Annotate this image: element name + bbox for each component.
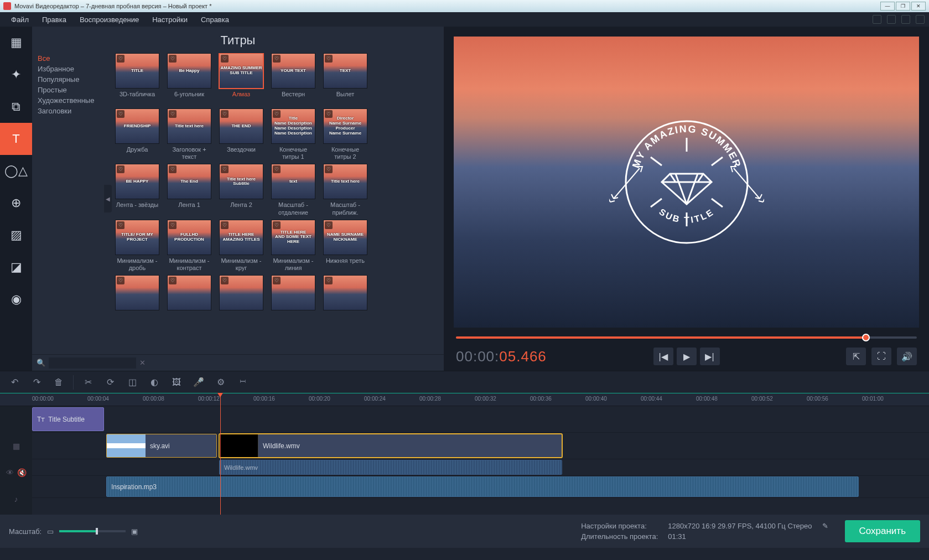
favorite-icon[interactable]: ♡ xyxy=(169,55,177,63)
video-clip-sky[interactable]: sky.avi xyxy=(106,434,217,458)
title-thumbnail[interactable]: ♡TitleName DescriptionName DescriptionNa… xyxy=(271,108,315,144)
save-button[interactable]: Сохранить xyxy=(845,520,920,542)
play-button[interactable]: ▶ xyxy=(677,348,697,365)
favorite-icon[interactable]: ♡ xyxy=(117,221,124,229)
title-thumbnail[interactable]: ♡The End xyxy=(167,164,211,199)
share-vimeo-icon[interactable] xyxy=(887,15,896,24)
menu-настройки[interactable]: Настройки xyxy=(146,14,194,25)
favorite-icon[interactable]: ♡ xyxy=(273,221,281,229)
image-button[interactable]: 🖼 xyxy=(167,374,186,391)
audio-track-head[interactable]: ♪ xyxy=(0,486,32,512)
title-thumbnail[interactable]: ♡ xyxy=(219,275,263,310)
mic-button[interactable]: 🎤 xyxy=(189,374,209,391)
edit-settings-button[interactable]: ✎ xyxy=(822,522,828,530)
favorite-icon[interactable]: ♡ xyxy=(273,55,281,63)
equalizer-button[interactable]: ⎶ xyxy=(233,374,253,391)
favorite-icon[interactable]: ♡ xyxy=(325,110,333,118)
video-track-head[interactable]: ▦ xyxy=(0,433,32,459)
title-thumbnail[interactable]: ♡Title text here xyxy=(167,108,211,144)
media-icon[interactable]: ▦ xyxy=(0,27,32,59)
favorite-icon[interactable]: ♡ xyxy=(325,221,333,229)
favorite-icon[interactable]: ♡ xyxy=(221,55,229,63)
title-thumbnail[interactable]: ♡BE HAPPY xyxy=(115,164,159,199)
prev-button[interactable]: |◀ xyxy=(653,348,673,365)
favorite-icon[interactable]: ♡ xyxy=(325,165,333,173)
titles-icon[interactable]: T xyxy=(0,123,32,155)
title-thumbnail[interactable]: ♡FRIENDSHIP xyxy=(115,108,159,144)
zoom-out-button[interactable]: ▭ xyxy=(47,527,54,536)
zoom-slider[interactable] xyxy=(59,530,126,532)
timeline[interactable]: 00:00:0000:00:0400:00:0800:00:1200:00:16… xyxy=(0,393,929,515)
record-icon[interactable]: ◉ xyxy=(0,283,32,315)
favorite-icon[interactable]: ♡ xyxy=(273,277,281,284)
zoom-icon[interactable]: ⊕ xyxy=(0,187,32,219)
favorite-icon[interactable]: ♡ xyxy=(117,110,124,118)
highlight-icon[interactable]: ▨ xyxy=(0,219,32,251)
eye-icon[interactable]: 👁 xyxy=(6,468,14,477)
favorite-icon[interactable]: ♡ xyxy=(117,55,124,63)
delete-button[interactable]: 🗑 xyxy=(49,374,69,391)
wand-icon[interactable]: ✦ xyxy=(0,59,32,91)
category-item[interactable]: Заголовки xyxy=(38,106,101,116)
title-thumbnail[interactable]: ♡ xyxy=(115,275,159,310)
title-thumbnail[interactable]: ♡AMAZING SUMMERSUB TITLE xyxy=(219,53,263,89)
title-thumbnail[interactable]: ♡TITLE HEREAND SOME TEXT HERE xyxy=(271,220,315,255)
category-item[interactable]: Все xyxy=(38,53,101,64)
search-input[interactable] xyxy=(49,357,136,369)
shapes-icon[interactable]: ◯△ xyxy=(0,155,32,187)
category-item[interactable]: Простые xyxy=(38,85,101,95)
undo-button[interactable]: ↶ xyxy=(4,374,24,391)
preview-canvas[interactable]: MY AMAZING SUMMER SUB TITLE xyxy=(454,37,919,328)
category-item[interactable]: Избранное xyxy=(38,64,101,74)
cut-button[interactable]: ✂ xyxy=(78,374,98,391)
playhead[interactable] xyxy=(220,393,221,515)
color-button[interactable]: ◐ xyxy=(144,374,164,391)
favorite-icon[interactable]: ♡ xyxy=(169,221,177,229)
audio-clip-wildlife[interactable]: Wildlife.wmv xyxy=(219,460,562,475)
title-thumbnail[interactable]: ♡TITLE xyxy=(115,53,159,89)
favorite-icon[interactable]: ♡ xyxy=(117,165,124,173)
favorite-icon[interactable]: ♡ xyxy=(169,165,177,173)
seek-bar[interactable] xyxy=(456,332,917,342)
menu-файл[interactable]: Файл xyxy=(4,14,35,25)
linked-audio-track[interactable]: Wildlife.wmv xyxy=(32,459,929,476)
title-thumbnail[interactable]: ♡ xyxy=(167,275,211,310)
favorite-icon[interactable]: ♡ xyxy=(221,277,229,284)
redo-button[interactable]: ↷ xyxy=(27,374,46,391)
favorite-icon[interactable]: ♡ xyxy=(221,110,229,118)
favorite-icon[interactable]: ♡ xyxy=(169,277,177,284)
favorite-icon[interactable]: ♡ xyxy=(325,277,333,284)
title-thumbnail[interactable]: ♡ xyxy=(323,275,367,310)
video-clip-wildlife[interactable]: Wildlife.wmv xyxy=(219,434,562,458)
clip-settings-button[interactable]: ⚙ xyxy=(211,374,231,391)
crop-button[interactable]: ◫ xyxy=(122,374,142,391)
title-thumbnail[interactable]: ♡TITLE HEREAMAZING TITLES xyxy=(219,220,263,255)
title-thumbnail[interactable]: ♡TITLE/ FOR MY PROJECT xyxy=(115,220,159,255)
favorite-icon[interactable]: ♡ xyxy=(325,55,333,63)
title-thumbnail[interactable]: ♡Be Happy xyxy=(167,53,211,89)
close-button[interactable]: ✕ xyxy=(911,2,926,11)
favorite-icon[interactable]: ♡ xyxy=(221,165,229,173)
rotate-button[interactable]: ⟳ xyxy=(100,374,120,391)
favorite-icon[interactable]: ♡ xyxy=(273,165,281,173)
category-item[interactable]: Художественные xyxy=(38,95,101,106)
title-thumbnail[interactable]: ♡YOUR TEXT xyxy=(271,53,315,89)
mute-icon[interactable]: 🔇 xyxy=(17,468,27,477)
volume-button[interactable]: 🔊 xyxy=(897,348,917,365)
transitions-icon[interactable]: ⧉ xyxy=(0,91,32,123)
menu-воспроизведение[interactable]: Воспроизведение xyxy=(73,14,146,25)
favorite-icon[interactable]: ♡ xyxy=(117,277,124,284)
title-clip[interactable]: Tᴛ Title Subtitle xyxy=(32,407,104,431)
title-track[interactable]: Tᴛ Title Subtitle xyxy=(32,406,929,433)
title-thumbnail[interactable]: ♡Title text hereSubtitle xyxy=(219,164,263,199)
favorite-icon[interactable]: ♡ xyxy=(221,221,229,229)
share-facebook-icon[interactable] xyxy=(901,15,910,24)
maximize-button[interactable]: ❐ xyxy=(896,2,910,11)
time-ruler[interactable]: 00:00:0000:00:0400:00:0800:00:1200:00:16… xyxy=(0,393,929,406)
title-thumbnail[interactable]: ♡DirectorName SurnameProducerName Surnam… xyxy=(323,108,367,144)
video-track[interactable]: sky.avi Wildlife.wmv xyxy=(32,433,929,459)
title-thumbnail[interactable]: ♡text xyxy=(271,164,315,199)
minimize-button[interactable]: — xyxy=(880,2,895,11)
share-vk-icon[interactable] xyxy=(916,15,925,24)
next-button[interactable]: ▶| xyxy=(700,348,720,365)
